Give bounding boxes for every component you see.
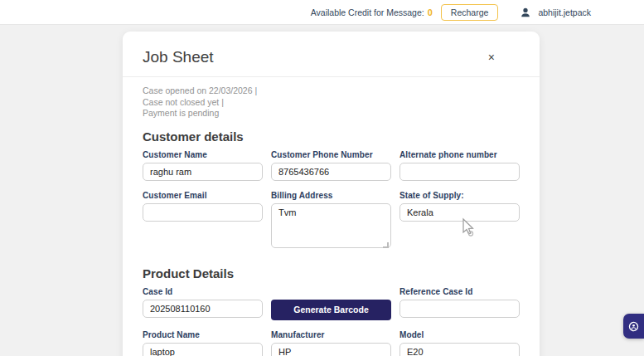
alternate-phone-field: Alternate phone number [399,150,520,181]
product-details-heading: Product Details [123,266,540,280]
credit-value: 0 [428,7,433,17]
state-of-supply-field: State of Supply: [399,191,520,222]
case-status-text: Case opened on 22/03/2026 | Case not clo… [123,77,540,119]
case-opened-line: Case opened on 22/03/2026 | [143,85,520,97]
credit-label: Available Credit for Message: [311,7,424,17]
reference-case-id-label: Reference Case Id [399,287,520,296]
manufacturer-field: Manufacturer [271,330,391,356]
customer-email-input[interactable] [143,203,263,222]
alternate-phone-input[interactable] [399,163,520,181]
payment-status-line: Payment is pending [143,108,520,119]
recharge-button[interactable]: Recharge [441,4,499,21]
model-label: Model [399,330,520,339]
user-menu[interactable]: abhijit.jetpack [520,7,591,18]
customer-email-field: Customer Email [143,191,263,222]
state-of-supply-input[interactable] [399,203,520,222]
case-id-input[interactable] [143,300,263,318]
state-of-supply-label: State of Supply: [399,191,520,200]
close-icon[interactable]: × [485,50,498,65]
customer-details-heading: Customer details [123,129,540,144]
case-closed-line: Case not closed yet | [143,97,520,109]
model-input[interactable] [399,343,520,356]
model-field: Model [399,330,520,356]
case-id-label: Case Id [143,287,263,296]
alternate-phone-label: Alternate phone number [399,150,520,159]
billing-address-field: Billing Address Tvm [271,191,391,251]
reference-case-id-field: Reference Case Id [399,287,520,318]
customer-details-form: Customer Name Customer Phone Number Alte… [123,144,540,251]
customer-name-field: Customer Name [143,150,263,181]
available-credit: Available Credit for Message: 0 [311,7,433,17]
manufacturer-label: Manufacturer [271,330,391,339]
case-id-field: Case Id [143,287,263,318]
billing-address-textarea[interactable]: Tvm [271,203,391,248]
support-widget-button[interactable] [623,314,644,339]
customer-phone-label: Customer Phone Number [271,150,391,159]
customer-email-label: Customer Email [143,191,263,200]
modal-header: Job Sheet × [123,32,540,77]
topbar: Available Credit for Message: 0 Recharge… [0,0,644,25]
modal-title: Job Sheet [143,48,214,66]
username: abhijit.jetpack [538,7,591,17]
reference-case-id-input[interactable] [399,300,520,318]
product-name-field: Product Name [143,330,263,356]
generate-barcode-button[interactable]: Generate Barcode [271,300,391,320]
support-icon [628,321,639,332]
product-name-label: Product Name [143,330,263,339]
customer-name-label: Customer Name [143,150,263,159]
billing-address-label: Billing Address [271,191,391,200]
product-name-input[interactable] [143,343,263,356]
customer-phone-field: Customer Phone Number [271,150,391,181]
generate-barcode-cell: Generate Barcode [271,287,391,320]
customer-name-input[interactable] [143,163,263,181]
user-icon [520,7,531,18]
customer-phone-input[interactable] [271,163,391,181]
manufacturer-input[interactable] [271,343,391,356]
product-details-form: Case Id Generate Barcode Reference Case … [123,280,540,356]
job-sheet-modal: Job Sheet × Case opened on 22/03/2026 | … [123,32,540,356]
